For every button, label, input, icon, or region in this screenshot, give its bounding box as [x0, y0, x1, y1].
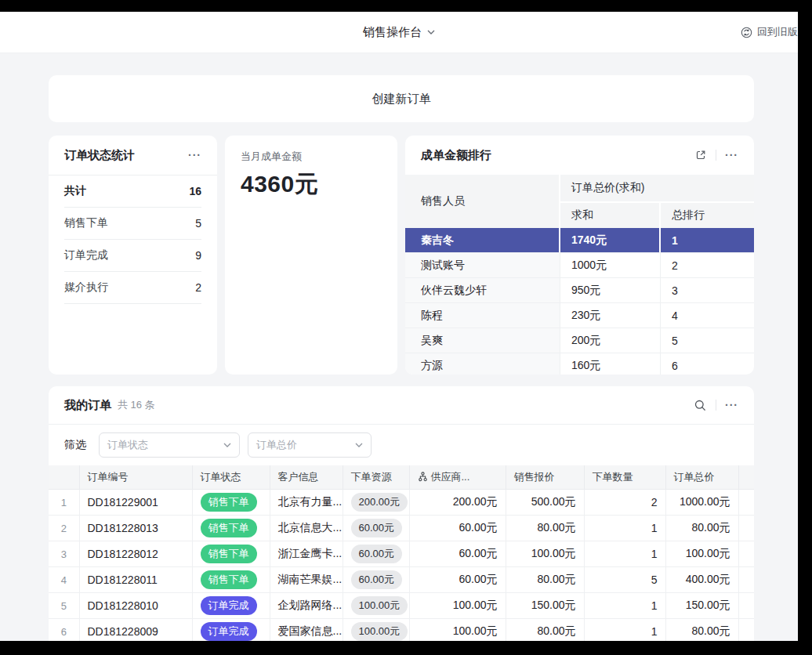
ranking-card-title: 成单金额排行	[421, 148, 491, 163]
salesperson-name: 伙伴云魏少轩	[405, 278, 560, 302]
search-icon[interactable]	[694, 399, 707, 412]
col-qty[interactable]: 下单数量	[584, 465, 665, 490]
table-row[interactable]: 5DD181228010订单完成企划路网络...100.00元100.00元15…	[49, 593, 754, 619]
ranking-row[interactable]: 测试账号1000元2	[405, 253, 754, 278]
order-status-cell: 订单完成	[192, 619, 270, 642]
stats-cards-row: 订单状态统计 ··· 共计16销售下单5订单完成9媒介执行2 当月成单金额 43…	[49, 136, 754, 375]
rank-value: 2	[661, 253, 754, 277]
col-supplier[interactable]: 供应商...	[409, 465, 506, 490]
ranking-row[interactable]: 吴爽200元5	[405, 328, 754, 353]
status-badge: 销售下单	[201, 570, 257, 589]
qty-cell: 1	[584, 516, 665, 541]
col-rank: 总排行	[661, 203, 754, 228]
sum-value: 160元	[560, 353, 661, 375]
top-header: 销售操作台 回到旧版	[0, 12, 798, 53]
quote-cell: 80.00元	[506, 567, 584, 593]
status-row: 共计16	[64, 176, 201, 208]
salesperson-name: 方源	[405, 353, 560, 375]
qty-cell: 5	[584, 567, 665, 593]
sum-value: 1740元	[560, 228, 661, 252]
total-cell: 80.00元	[665, 516, 738, 541]
ranking-row[interactable]: 陈程230元4	[405, 303, 754, 328]
total-cell: 400.00元	[665, 567, 738, 593]
salesperson-name: 吴爽	[405, 328, 560, 353]
rank-value: 4	[661, 303, 754, 328]
chevron-down-icon	[355, 443, 363, 447]
status-value: 9	[195, 249, 201, 262]
monthly-amount-value: 4360元	[241, 168, 382, 201]
trailing-cell	[738, 567, 754, 593]
ranking-table-body: 秦吉冬1740元1测试账号1000元2伙伴云魏少轩950元3陈程230元4吴爽2…	[405, 228, 754, 375]
app-window: 销售操作台 回到旧版 创建新订单	[0, 12, 798, 641]
resource-badge: 60.00元	[351, 545, 403, 563]
resource-cell: 200.00元	[343, 490, 409, 516]
customer-cell: 湖南芒果娱...	[270, 567, 343, 593]
quote-cell: 80.00元	[506, 619, 584, 642]
create-order-label: 创建新订单	[372, 92, 431, 107]
table-row[interactable]: 2DD181228013销售下单北京信息大...60.00元60.00元80.0…	[49, 516, 754, 541]
order-status-cell: 销售下单	[192, 490, 270, 516]
col-order-status[interactable]: 订单状态	[192, 465, 270, 490]
order-status-cell: 订单完成	[192, 593, 270, 619]
ranking-row[interactable]: 秦吉冬1740元1	[405, 228, 754, 253]
status-card-title: 订单状态统计	[64, 148, 135, 163]
sum-value: 230元	[560, 303, 661, 328]
row-number: 4	[49, 567, 79, 593]
table-row[interactable]: 4DD181228011销售下单湖南芒果娱...60.00元60.00元80.0…	[49, 567, 754, 593]
status-row: 媒介执行2	[64, 272, 201, 304]
status-label: 媒介执行	[64, 280, 108, 295]
expand-icon[interactable]	[694, 149, 707, 161]
row-number: 2	[49, 516, 79, 541]
page-title: 销售操作台	[363, 25, 422, 40]
col-total[interactable]: 订单总价	[665, 465, 738, 490]
resource-cell: 60.00元	[343, 516, 409, 541]
order-status-cell: 销售下单	[192, 516, 270, 541]
more-icon[interactable]: ···	[188, 150, 201, 161]
col-salesperson: 销售人员	[405, 175, 560, 228]
col-order-total-sum: 订单总价(求和)	[560, 175, 754, 203]
dashboard-content: 创建新订单 订单状态统计 ··· 共计16销售下单5订单完成9媒介执行2 当月成…	[0, 75, 798, 641]
resource-cell: 100.00元	[343, 593, 409, 619]
col-resource[interactable]: 下单资源	[343, 465, 409, 490]
status-row: 订单完成9	[64, 240, 201, 272]
back-to-old-version-button[interactable]: 回到旧版	[741, 12, 798, 52]
resource-badge: 100.00元	[351, 596, 408, 615]
customer-cell: 北京信息大...	[270, 516, 343, 541]
order-status-filter-select[interactable]: 订单状态	[99, 432, 240, 458]
status-badge: 销售下单	[201, 493, 257, 512]
order-status-card: 订单状态统计 ··· 共计16销售下单5订单完成9媒介执行2	[49, 136, 217, 375]
col-customer[interactable]: 客户信息	[270, 465, 343, 490]
create-order-button[interactable]: 创建新订单	[49, 75, 754, 122]
divider	[716, 400, 716, 411]
workspace-switcher[interactable]: 销售操作台	[363, 25, 435, 40]
order-status-cell: 销售下单	[192, 567, 270, 593]
col-rownum	[49, 465, 79, 490]
table-row[interactable]: 1DD181229001销售下单北京有力量...200.00元200.00元50…	[49, 490, 754, 516]
back-to-old-version-label: 回到旧版	[757, 25, 798, 39]
order-no-cell: DD181229001	[79, 490, 192, 516]
divider	[716, 150, 716, 161]
order-no-cell: DD181228010	[79, 593, 192, 619]
ranking-row[interactable]: 伙伴云魏少轩950元3	[405, 278, 754, 303]
order-total-filter-placeholder: 订单总价	[256, 438, 297, 452]
col-quote[interactable]: 销售报价	[506, 465, 584, 490]
order-no-cell: DD181228009	[79, 619, 192, 642]
col-order-no[interactable]: 订单编号	[79, 465, 192, 490]
total-cell: 150.00元	[665, 593, 738, 619]
rank-value: 6	[661, 353, 754, 375]
salesperson-name: 测试账号	[405, 253, 560, 277]
order-total-filter-select[interactable]: 订单总价	[248, 432, 372, 458]
table-row[interactable]: 6DD181228009订单完成爱国家信息...100.00元100.00元80…	[49, 619, 754, 642]
status-label: 订单完成	[64, 248, 108, 262]
more-icon[interactable]: ···	[725, 150, 738, 161]
order-no-cell: DD181228012	[79, 541, 192, 567]
resource-cell: 60.00元	[343, 567, 409, 593]
total-cell: 100.00元	[665, 541, 738, 567]
more-icon[interactable]: ···	[725, 400, 738, 411]
table-row[interactable]: 3DD181228012销售下单浙江金鹰卡...60.00元60.00元100.…	[49, 541, 754, 567]
filter-bar: 筛选 订单状态 订单总价	[49, 425, 754, 465]
ranking-row[interactable]: 方源160元6	[405, 353, 754, 375]
filter-label: 筛选	[64, 438, 86, 452]
row-number: 6	[49, 619, 79, 642]
supplier-cell: 100.00元	[409, 593, 506, 619]
